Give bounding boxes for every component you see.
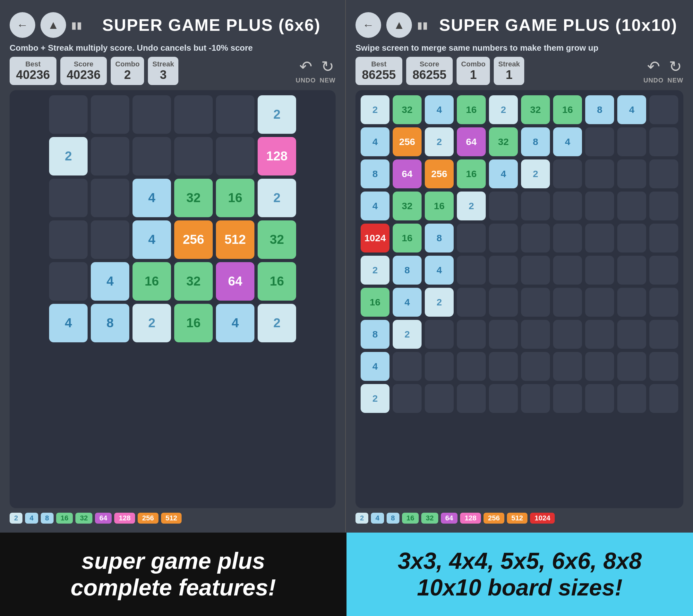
left-back-button[interactable]: ← bbox=[9, 12, 35, 38]
rc9c10 bbox=[649, 352, 678, 381]
rc1c8: 8 bbox=[585, 95, 614, 124]
left-best-label: Best bbox=[16, 60, 50, 68]
main-content: ← ▲ ▮▮ SUPER GAME PLUS (6x6) Combo + Str… bbox=[0, 0, 693, 533]
cell-r6c3: 2 bbox=[133, 304, 171, 342]
rc9c8 bbox=[585, 352, 614, 381]
rc6c7 bbox=[553, 256, 582, 284]
rc7c10 bbox=[649, 288, 678, 317]
left-pause-icon[interactable]: ▮▮ bbox=[71, 20, 82, 31]
cell-r3c2 bbox=[91, 179, 129, 217]
rc6c8 bbox=[585, 256, 614, 284]
rc10c1: 2 bbox=[361, 384, 390, 413]
left-sound-button[interactable]: ▲ bbox=[40, 12, 66, 38]
right-score-value: 86255 bbox=[413, 68, 447, 82]
right-back-button[interactable]: ← bbox=[355, 12, 381, 38]
banner-left: super game plus complete features! bbox=[0, 533, 346, 616]
cell-r5c1 bbox=[49, 262, 87, 301]
rc6c2: 8 bbox=[393, 256, 421, 284]
right-sound-button[interactable]: ▲ bbox=[386, 12, 412, 38]
rlegend-8: 8 bbox=[387, 513, 399, 523]
left-score-label: Score bbox=[67, 60, 101, 68]
cell-r3c6: 2 bbox=[258, 179, 296, 217]
legend-64: 64 bbox=[95, 513, 112, 523]
left-new-button[interactable]: ↻ NEW bbox=[320, 57, 336, 84]
rc1c9: 4 bbox=[617, 95, 646, 124]
rc8c6 bbox=[521, 320, 550, 349]
rc6c1: 2 bbox=[361, 256, 390, 284]
cell-r1c4 bbox=[174, 95, 213, 134]
left-undo-label: UNDO bbox=[296, 77, 316, 84]
rc4c6 bbox=[521, 192, 550, 220]
rc10c8 bbox=[585, 384, 614, 413]
rc2c6: 8 bbox=[521, 127, 550, 156]
left-undo-icon: ↶ bbox=[299, 57, 312, 75]
rc1c1: 2 bbox=[361, 95, 390, 124]
left-undo-button[interactable]: ↶ UNDO bbox=[296, 57, 316, 84]
right-combo-value: 1 bbox=[461, 68, 486, 82]
right-best-box: Best 86255 bbox=[355, 57, 402, 85]
right-new-label: NEW bbox=[667, 77, 684, 84]
rc10c2 bbox=[393, 384, 421, 413]
left-new-icon: ↻ bbox=[321, 57, 334, 75]
right-streak-box: Streak 1 bbox=[494, 57, 524, 85]
rc1c3: 4 bbox=[425, 95, 454, 124]
right-header: ← ▲ ▮▮ SUPER GAME PLUS (10x10) bbox=[355, 6, 684, 41]
right-undo-button[interactable]: ↶ UNDO bbox=[643, 57, 664, 84]
rc4c7 bbox=[553, 192, 582, 220]
rc8c5 bbox=[489, 320, 518, 349]
cell-r5c2: 4 bbox=[91, 262, 129, 301]
rc4c9 bbox=[617, 192, 646, 220]
rc3c1: 8 bbox=[361, 159, 390, 188]
rc3c2: 64 bbox=[393, 159, 421, 188]
banner-right-text: 3x3, 4x4, 5x5, 6x6, 8x8 10x10 board size… bbox=[398, 548, 642, 601]
rc9c7 bbox=[553, 352, 582, 381]
cell-r6c2: 8 bbox=[91, 304, 129, 342]
cell-r1c2 bbox=[91, 95, 129, 134]
rc4c5 bbox=[489, 192, 518, 220]
rc5c4 bbox=[457, 224, 486, 253]
rlegend-256: 256 bbox=[483, 513, 504, 523]
legend-128: 128 bbox=[114, 513, 135, 523]
right-score-label: Score bbox=[413, 60, 447, 68]
left-new-label: NEW bbox=[320, 77, 336, 84]
left-combo-box: Combo 2 bbox=[111, 57, 144, 85]
right-undo-label: UNDO bbox=[643, 77, 664, 84]
rc2c1: 4 bbox=[361, 127, 390, 156]
left-streak-label: Streak bbox=[152, 60, 174, 68]
cell-r5c6: 16 bbox=[258, 262, 296, 301]
left-panel: ← ▲ ▮▮ SUPER GAME PLUS (6x6) Combo + Str… bbox=[0, 0, 346, 533]
right-board: 2 32 4 16 2 32 16 8 4 4 256 2 64 32 8 4 bbox=[355, 90, 684, 508]
right-pause-icon[interactable]: ▮▮ bbox=[417, 20, 428, 31]
cell-r2c6: 128 bbox=[258, 137, 296, 176]
rc2c8 bbox=[585, 127, 614, 156]
rc6c4 bbox=[457, 256, 486, 284]
rc1c2: 32 bbox=[393, 95, 421, 124]
legend-256: 256 bbox=[138, 513, 158, 523]
rlegend-2: 2 bbox=[355, 513, 368, 523]
rc6c6 bbox=[521, 256, 550, 284]
rc2c2: 256 bbox=[393, 127, 421, 156]
cell-r5c4: 32 bbox=[174, 262, 213, 301]
rc8c8 bbox=[585, 320, 614, 349]
right-combo-box: Combo 1 bbox=[457, 57, 490, 85]
right-game-title: SUPER GAME PLUS (10x10) bbox=[433, 15, 684, 35]
legend-32: 32 bbox=[75, 513, 92, 523]
rc10c6 bbox=[521, 384, 550, 413]
rc9c5 bbox=[489, 352, 518, 381]
rc8c3 bbox=[425, 320, 454, 349]
rc5c9 bbox=[617, 224, 646, 253]
cell-r2c2 bbox=[91, 137, 129, 176]
right-subtitle: Swipe screen to merge same numbers to ma… bbox=[355, 41, 684, 57]
rc9c4 bbox=[457, 352, 486, 381]
rc8c9 bbox=[617, 320, 646, 349]
left-legend: 2 4 8 16 32 64 128 256 512 bbox=[9, 508, 336, 526]
rc4c3: 16 bbox=[425, 192, 454, 220]
rc5c8 bbox=[585, 224, 614, 253]
rlegend-128: 128 bbox=[460, 513, 481, 523]
cell-r4c6: 32 bbox=[258, 220, 296, 259]
cell-r1c1 bbox=[49, 95, 87, 134]
right-best-value: 86255 bbox=[362, 68, 396, 82]
right-grid: 2 32 4 16 2 32 16 8 4 4 256 2 64 32 8 4 bbox=[361, 95, 678, 413]
rc2c4: 64 bbox=[457, 127, 486, 156]
right-new-button[interactable]: ↻ NEW bbox=[667, 57, 684, 84]
